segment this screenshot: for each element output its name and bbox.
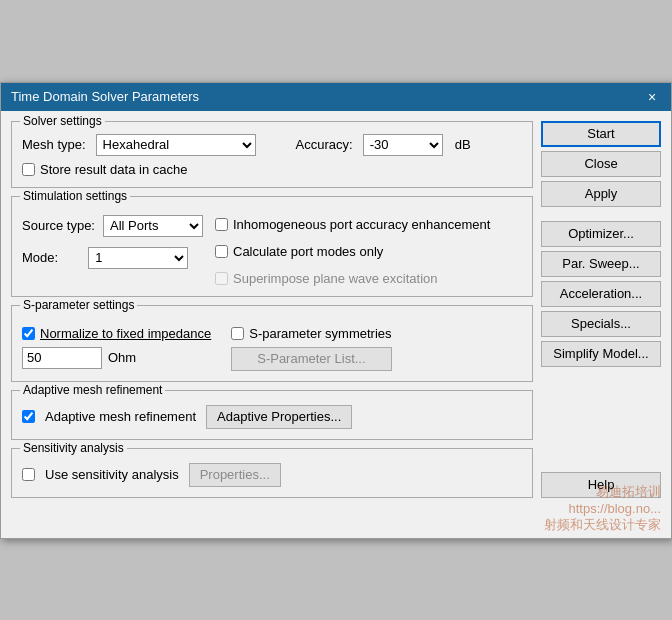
- db-unit-label: dB: [455, 137, 471, 152]
- sensitivity-checkbox[interactable]: [22, 468, 35, 481]
- s-param-right-panel: S-parameter symmetries S-Parameter List.…: [231, 320, 391, 371]
- impedance-input[interactable]: [22, 347, 102, 369]
- symmetries-checkbox[interactable]: [231, 327, 244, 340]
- simplify-model-button[interactable]: Simplify Model...: [541, 341, 661, 367]
- s-param-settings-section: S-parameter settings Normalize to fixed …: [11, 305, 533, 382]
- mode-select[interactable]: 1 2 3: [88, 247, 188, 269]
- calc-port-modes-label: Calculate port modes only: [233, 244, 383, 259]
- adaptive-mesh-section: Adaptive mesh refinement Adaptive mesh r…: [11, 390, 533, 440]
- store-cache-row: Store result data in cache: [22, 162, 522, 177]
- ohm-label: Ohm: [108, 350, 136, 365]
- normalize-label: Normalize to fixed impedance: [40, 326, 211, 341]
- spacer: [541, 371, 661, 468]
- sensitivity-row: Use sensitivity analysis Properties...: [22, 463, 522, 487]
- watermark-line1: 易迪拓培训: [544, 483, 661, 501]
- par-sweep-button[interactable]: Par. Sweep...: [541, 251, 661, 277]
- normalize-checkbox[interactable]: [22, 327, 35, 340]
- superimpose-label: Superimpose plane wave excitation: [233, 271, 438, 286]
- adaptive-mesh-checkbox-label: Adaptive mesh refinement: [45, 409, 196, 424]
- adaptive-mesh-label: Adaptive mesh refinement: [20, 383, 165, 397]
- source-type-row: Source type: All Ports Port 1: [22, 215, 203, 237]
- specials-button[interactable]: Specials...: [541, 311, 661, 337]
- dialog-content: Solver settings Mesh type: Hexahedral Te…: [1, 111, 671, 508]
- s-param-settings-label: S-parameter settings: [20, 298, 137, 312]
- superimpose-row: Superimpose plane wave excitation: [215, 271, 490, 286]
- stimulation-settings-label: Stimulation settings: [20, 189, 130, 203]
- close-button[interactable]: Close: [541, 151, 661, 177]
- mode-row: Mode: 1 2 3: [22, 247, 203, 269]
- s-param-content: Normalize to fixed impedance Ohm S-param…: [22, 320, 522, 371]
- source-type-select[interactable]: All Ports Port 1: [103, 215, 203, 237]
- sensitivity-checkbox-label: Use sensitivity analysis: [45, 467, 179, 482]
- watermark: 易迪拓培训 https://blog.no... 射频和天线设计专家: [544, 483, 661, 534]
- accuracy-label: Accuracy:: [296, 137, 353, 152]
- s-param-list-button[interactable]: S-Parameter List...: [231, 347, 391, 371]
- source-type-label: Source type:: [22, 218, 95, 233]
- watermark-line2: https://blog.no...: [544, 501, 661, 516]
- stimulation-content: Source type: All Ports Port 1 Mode: 1 2: [22, 211, 522, 286]
- optimizer-button[interactable]: Optimizer...: [541, 221, 661, 247]
- close-window-button[interactable]: ×: [643, 88, 661, 106]
- properties-button[interactable]: Properties...: [189, 463, 281, 487]
- dialog-title: Time Domain Solver Parameters: [11, 89, 199, 104]
- solver-settings-section: Solver settings Mesh type: Hexahedral Te…: [11, 121, 533, 188]
- symmetries-label: S-parameter symmetries: [249, 326, 391, 341]
- store-cache-label: Store result data in cache: [40, 162, 187, 177]
- inhomogeneous-label: Inhomogeneous port accuracy enhancement: [233, 217, 490, 232]
- adaptive-row: Adaptive mesh refinement Adaptive Proper…: [22, 405, 522, 429]
- store-cache-checkbox[interactable]: [22, 163, 35, 176]
- inhomogeneous-row: Inhomogeneous port accuracy enhancement: [215, 217, 490, 232]
- superimpose-checkbox[interactable]: [215, 272, 228, 285]
- mode-label: Mode:: [22, 250, 58, 265]
- inhomogeneous-checkbox[interactable]: [215, 218, 228, 231]
- start-button[interactable]: Start: [541, 121, 661, 147]
- mesh-type-label: Mesh type:: [22, 137, 86, 152]
- apply-button[interactable]: Apply: [541, 181, 661, 207]
- mesh-type-row: Mesh type: Hexahedral Tetrahedral Accura…: [22, 134, 522, 156]
- stim-right-panel: Inhomogeneous port accuracy enhancement …: [215, 211, 490, 286]
- calc-port-modes-row: Calculate port modes only: [215, 244, 490, 259]
- accuracy-select[interactable]: -30 -40 -50 -60: [363, 134, 443, 156]
- stimulation-settings-section: Stimulation settings Source type: All Po…: [11, 196, 533, 297]
- impedance-row: Ohm: [22, 347, 211, 369]
- adaptive-mesh-checkbox[interactable]: [22, 410, 35, 423]
- calc-port-modes-checkbox[interactable]: [215, 245, 228, 258]
- sensitivity-label: Sensitivity analysis: [20, 441, 127, 455]
- symmetries-row: S-parameter symmetries: [231, 326, 391, 341]
- main-panel: Solver settings Mesh type: Hexahedral Te…: [11, 121, 533, 498]
- watermark-area: 易迪拓培训 https://blog.no... 射频和天线设计专家: [1, 508, 671, 538]
- acceleration-button[interactable]: Acceleration...: [541, 281, 661, 307]
- stim-left-panel: Source type: All Ports Port 1 Mode: 1 2: [22, 211, 203, 286]
- button-panel: Start Close Apply Optimizer... Par. Swee…: [541, 121, 661, 498]
- watermark-line3: 射频和天线设计专家: [544, 516, 661, 534]
- normalize-row: Normalize to fixed impedance: [22, 326, 211, 341]
- solver-settings-label: Solver settings: [20, 114, 105, 128]
- adaptive-properties-button[interactable]: Adaptive Properties...: [206, 405, 352, 429]
- mesh-type-select[interactable]: Hexahedral Tetrahedral: [96, 134, 256, 156]
- title-bar: Time Domain Solver Parameters ×: [1, 83, 671, 111]
- dialog-window: Time Domain Solver Parameters × Solver s…: [0, 82, 672, 539]
- s-param-left-panel: Normalize to fixed impedance Ohm: [22, 320, 211, 371]
- sensitivity-section: Sensitivity analysis Use sensitivity ana…: [11, 448, 533, 498]
